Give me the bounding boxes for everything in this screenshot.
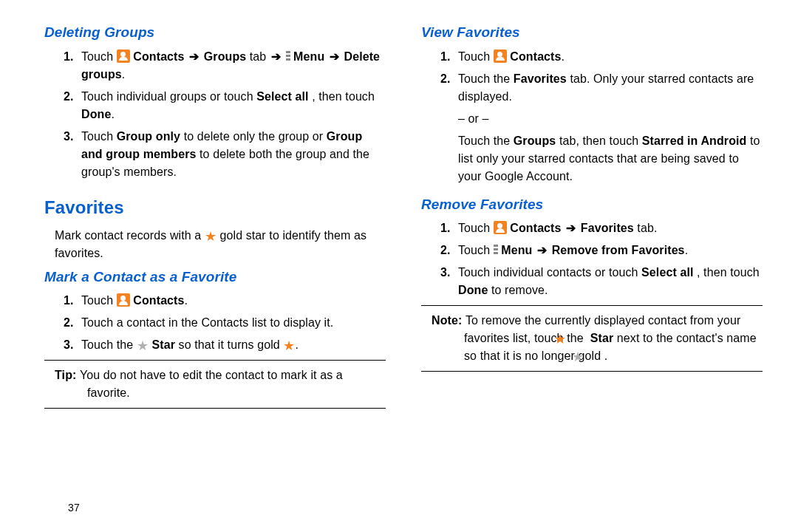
tip-label: Tip: — [55, 369, 80, 381]
text: Star — [590, 332, 614, 344]
text: Group only — [117, 130, 180, 143]
step: Touch individual groups or touch Select … — [77, 88, 386, 123]
step: Touch the Favorites tab. Only your starr… — [454, 70, 763, 185]
contacts-icon — [494, 50, 507, 63]
text: Touch — [458, 222, 494, 234]
contacts-icon — [494, 221, 507, 234]
text: Star — [151, 338, 175, 351]
heading-deleting-groups: Deleting Groups — [44, 22, 386, 44]
step: Touch Contacts ➔ Favorites tab. — [454, 219, 763, 237]
text: Select all — [256, 90, 308, 103]
divider — [44, 360, 386, 361]
text: , then touch — [697, 266, 760, 279]
note-block: Note: To remove the currently displayed … — [432, 312, 763, 365]
star-gray-icon: ★ — [137, 339, 149, 352]
steps-view-favorites: Touch Contacts. Touch the Favorites tab.… — [421, 48, 763, 185]
text: Touch individual contacts or touch — [458, 266, 641, 279]
steps-remove-favorites: Touch Contacts ➔ Favorites tab. Touch Me… — [421, 219, 763, 299]
manual-page: Deleting Groups Touch Contacts ➔ Groups … — [0, 0, 798, 532]
heading-view-favorites: View Favorites — [421, 22, 763, 44]
star-gold-icon: ★ — [205, 230, 216, 243]
text: Touch — [81, 50, 117, 63]
text: Contacts — [133, 294, 184, 307]
step: Touch individual contacts or touch Selec… — [454, 264, 763, 299]
text: tab — [250, 50, 270, 63]
text: Starred in Android — [642, 134, 747, 147]
menu-icon — [286, 51, 290, 62]
text: Menu — [293, 50, 324, 63]
text: Touch the — [458, 72, 514, 85]
arrow-icon: ➔ — [330, 50, 343, 63]
heading-remove-favorites: Remove Favorites — [421, 194, 763, 216]
text: , then touch — [312, 90, 375, 103]
text: You do not have to edit the contact to m… — [80, 369, 343, 399]
text: Select all — [641, 266, 693, 279]
text: Touch — [81, 294, 117, 307]
text: Touch — [81, 130, 117, 143]
step: Touch Contacts. — [77, 292, 386, 310]
text: to remove. — [491, 284, 548, 296]
text: tab. — [637, 222, 657, 234]
arrow-icon: ➔ — [271, 50, 284, 63]
text: Remove from Favorites — [552, 244, 685, 256]
text: Groups — [204, 50, 247, 63]
text: Favorites — [514, 72, 567, 85]
arrow-icon: ➔ — [566, 222, 579, 234]
text: tab, then touch — [559, 134, 642, 147]
text: Touch the — [81, 338, 137, 351]
text: Done — [458, 284, 488, 296]
menu-icon — [494, 245, 498, 256]
text: Touch individual groups or touch — [81, 90, 256, 103]
contacts-icon — [117, 293, 130, 307]
text: Touch the — [458, 134, 514, 147]
steps-deleting-groups: Touch Contacts ➔ Groups tab ➔ Menu ➔ Del… — [44, 48, 386, 181]
text: Contacts — [133, 50, 184, 63]
text: so that it turns gold — [179, 338, 284, 351]
tip-block: Tip: You do not have to edit the contact… — [55, 366, 386, 402]
heading-mark-favorite: Mark a Contact as a Favorite — [44, 267, 386, 288]
favorites-intro: Mark contact records with a ★ gold star … — [55, 227, 386, 262]
divider — [421, 371, 763, 372]
text: Touch — [458, 50, 494, 63]
heading-favorites: Favorites — [44, 194, 386, 221]
note-label: Note: — [432, 314, 466, 327]
text: Touch — [458, 244, 494, 256]
text: Menu — [501, 244, 532, 256]
text: to delete only the group or — [184, 130, 327, 143]
step: Touch Contacts. — [454, 48, 763, 66]
step: Touch a contact in the Contacts list to … — [77, 314, 386, 332]
text: Favorites — [581, 222, 634, 234]
text: Done — [81, 108, 111, 120]
step: Touch Contacts ➔ Groups tab ➔ Menu ➔ Del… — [77, 48, 386, 83]
arrow-icon: ➔ — [537, 244, 550, 256]
step: Touch Menu ➔ Remove from Favorites. — [454, 242, 763, 259]
left-column: Deleting Groups Touch Contacts ➔ Groups … — [44, 22, 386, 415]
text: Groups — [514, 134, 556, 147]
two-column-layout: Deleting Groups Touch Contacts ➔ Groups … — [44, 22, 763, 415]
divider — [421, 305, 763, 306]
divider — [44, 408, 386, 409]
text: Contacts — [510, 222, 561, 234]
page-number: 37 — [68, 500, 80, 516]
star-gold-icon: ★ — [283, 339, 295, 352]
step: Touch the ★ Star so that it turns gold ★… — [77, 336, 386, 354]
text: Contacts — [510, 50, 561, 63]
steps-mark-favorite: Touch Contacts. Touch a contact in the C… — [44, 292, 386, 354]
arrow-icon: ➔ — [189, 50, 202, 63]
text-or: – or – — [458, 110, 763, 128]
contacts-icon — [117, 50, 130, 63]
right-column: View Favorites Touch Contacts. Touch the… — [421, 22, 763, 415]
text: Mark contact records with a — [55, 229, 205, 242]
step: Touch Group only to delete only the grou… — [77, 128, 386, 181]
